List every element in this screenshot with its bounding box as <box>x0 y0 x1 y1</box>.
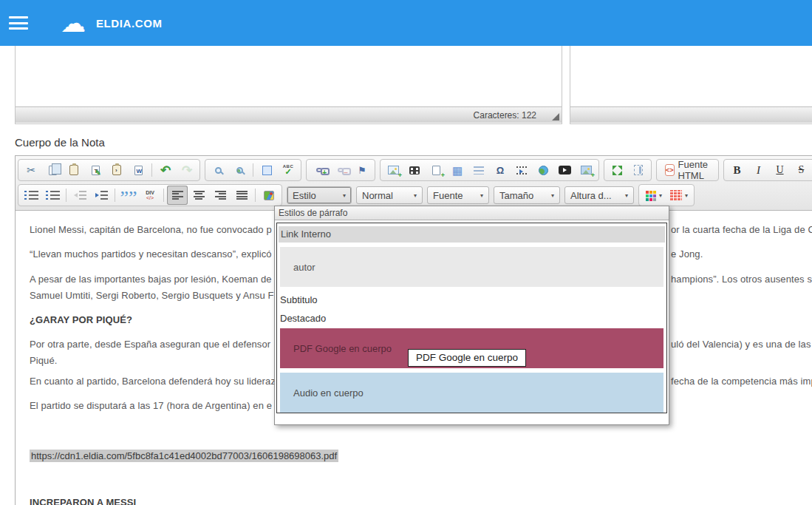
pdf-url-selected-text: https://cdn1.eldia.com/5fbc8fa1c41ed4002… <box>30 450 338 462</box>
font-combo[interactable]: Fuente▾ <box>427 186 489 204</box>
replace-button[interactable]: a <box>229 160 250 180</box>
spell-check-icon: ABC✓ <box>283 164 294 176</box>
style-item-autor[interactable]: autor <box>280 247 663 287</box>
style-item-destacado[interactable]: Destacado <box>278 310 666 327</box>
align-left-button[interactable] <box>167 186 188 205</box>
insert-template-button[interactable]: + <box>426 160 446 180</box>
iframe-button[interactable] <box>533 160 553 180</box>
strikethrough-button[interactable]: S <box>791 160 811 180</box>
clipboard-group: ✂ T✎ › W ↶ ↷ <box>18 159 200 181</box>
indent-increase-icon <box>100 191 108 200</box>
line-height-combo[interactable]: Altura d...▾ <box>564 186 634 204</box>
paste-special-button[interactable]: › <box>106 160 127 180</box>
style-combo[interactable]: Estilo▾ <box>287 186 352 204</box>
insert-image-button[interactable]: + <box>383 160 403 180</box>
style-tooltip: PDF Google en cuerpo <box>408 349 526 367</box>
cloud-logo-icon: ☁ <box>61 10 86 35</box>
indent-decrease-button[interactable] <box>69 186 90 205</box>
div-container-icon: DIV</> <box>146 190 154 200</box>
div-container-button[interactable]: DIV</> <box>140 186 160 205</box>
chevron-down-icon: ▾ <box>414 192 417 199</box>
spell-check-button[interactable]: ABC✓ <box>278 160 298 180</box>
source-code-icon: <> <box>665 164 675 176</box>
show-blocks-button[interactable] <box>628 160 649 180</box>
redo-icon: ↷ <box>182 164 192 177</box>
paste-from-word-icon: W <box>134 166 143 175</box>
align-right-button[interactable] <box>210 186 231 205</box>
blockquote-button[interactable]: ”” <box>118 186 139 205</box>
text-color-button[interactable]: ▾ <box>641 186 666 205</box>
toolbar-row-1: ✂ T✎ › W ↶ ↷ a ABC✓ <box>17 157 812 183</box>
paste-button[interactable] <box>64 160 84 180</box>
styles-list: Link Interno autor Subtitulo Destacado P… <box>276 223 667 413</box>
body-line: “Llevan muchos partidos y necesitan desc… <box>30 248 272 260</box>
align-center-icon <box>194 191 205 200</box>
copy-button[interactable] <box>42 160 63 180</box>
resize-handle-icon[interactable] <box>552 113 559 121</box>
chevron-down-icon: ▾ <box>625 192 628 199</box>
insert-table-button[interactable]: ▦ <box>447 160 468 180</box>
secondary-editor-content[interactable] <box>570 46 812 106</box>
color-group: ▾ ▾ <box>638 184 695 206</box>
align-center-button[interactable] <box>188 186 209 205</box>
insert-media-button[interactable] <box>404 160 425 180</box>
anchor-icon: ⚑ <box>358 166 366 175</box>
undo-button[interactable]: ↶ <box>155 160 176 180</box>
copy-icon <box>49 166 57 175</box>
separator <box>255 189 256 202</box>
replace-icon: a <box>236 167 243 174</box>
indent-increase-button[interactable] <box>91 186 112 205</box>
separator <box>115 189 115 202</box>
special-char-button[interactable]: Ω <box>490 160 511 180</box>
media-icon <box>409 166 420 174</box>
section-label: Cuerpo de la Nota <box>15 136 105 149</box>
find-group: a ABC✓ <box>205 159 301 181</box>
enhanced-image-button[interactable]: + <box>576 160 596 180</box>
paste-text-icon: T✎ <box>92 166 100 175</box>
redo-button[interactable]: ↷ <box>177 160 197 180</box>
color-grid-icon <box>646 191 649 194</box>
align-justify-button[interactable] <box>231 186 252 205</box>
pdf-url-line[interactable]: https://cdn1.eldia.com/5fbc8fa1c41ed4002… <box>30 450 338 461</box>
underline-button[interactable]: U <box>769 160 790 180</box>
paste-plain-button[interactable]: T✎ <box>85 160 106 180</box>
bulleted-list-button[interactable] <box>42 186 63 205</box>
italic-icon: I <box>757 164 760 177</box>
format-combo[interactable]: Normal▾ <box>356 186 423 204</box>
title-editor-content[interactable] <box>16 46 562 106</box>
google-map-button[interactable] <box>259 186 279 205</box>
cut-button[interactable]: ✂ <box>21 160 41 180</box>
style-item-link-interno[interactable]: Link Interno <box>279 226 665 243</box>
page-break-button[interactable] <box>511 160 532 180</box>
separator <box>253 163 253 177</box>
char-count: Caracteres: 122 <box>474 110 536 121</box>
align-right-icon <box>215 191 226 200</box>
menu-button[interactable] <box>9 16 28 30</box>
size-combo[interactable]: Tamaño▾ <box>494 186 560 204</box>
page-break-icon <box>516 166 527 174</box>
find-button[interactable] <box>208 160 228 180</box>
source-button-label: Fuente HTML <box>678 159 711 181</box>
youtube-button[interactable] <box>554 160 575 180</box>
select-all-button[interactable] <box>256 160 277 180</box>
app-header: ☁ ELDIA.COM <box>0 0 812 46</box>
style-item-subtitulo[interactable]: Subtitulo <box>278 291 666 308</box>
remove-link-button[interactable]: − <box>330 160 351 180</box>
insert-link-button[interactable]: + <box>309 160 330 180</box>
separator <box>163 189 164 202</box>
italic-button[interactable]: I <box>748 160 768 180</box>
paste-word-button[interactable]: W <box>128 160 149 180</box>
paste-icon <box>69 165 78 175</box>
maximize-button[interactable] <box>607 160 627 180</box>
anchor-button[interactable]: ⚑ <box>352 160 372 180</box>
format-group: B I U S X2 <box>723 159 812 181</box>
numbered-list-button[interactable] <box>21 186 41 205</box>
table-color-button[interactable]: ▾ <box>666 186 692 205</box>
chevron-down-icon: ▾ <box>480 192 483 199</box>
bold-button[interactable]: B <box>726 160 747 180</box>
style-item-audio[interactable]: Audio en cuerpo <box>280 373 663 413</box>
body-line: Piqué. <box>30 355 57 366</box>
horizontal-rule-button[interactable] <box>468 160 489 180</box>
cut-icon: ✂ <box>27 165 35 175</box>
source-button[interactable]: <> Fuente HTML <box>659 160 716 180</box>
